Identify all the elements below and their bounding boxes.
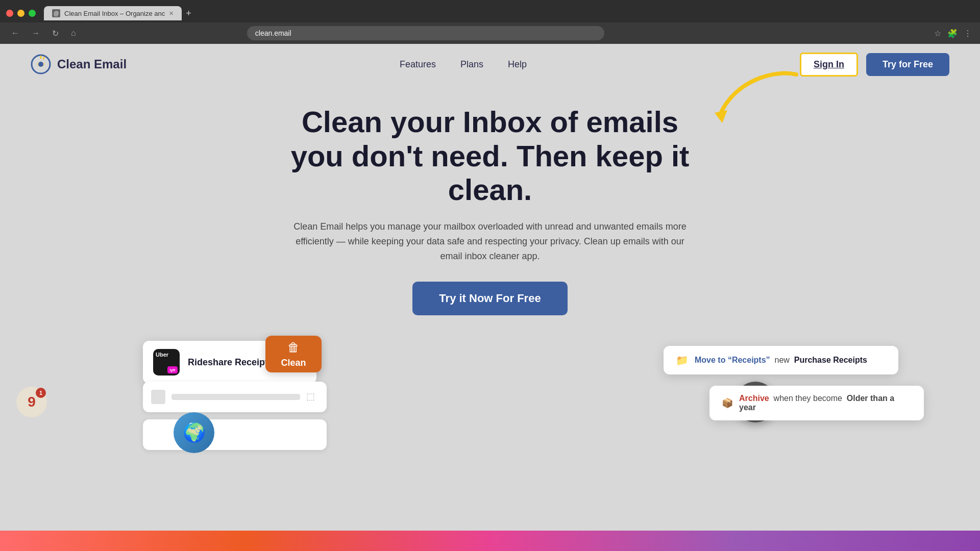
features-link[interactable]: Features: [400, 59, 436, 69]
logo-icon: [31, 54, 51, 74]
minimize-window-btn[interactable]: [17, 10, 24, 17]
browser-actions: ☆ 🧩 ⋮: [934, 29, 972, 38]
card-row-1: ⬚: [143, 382, 327, 412]
move-card: 📁 Move to “Receipts” new Purchase Receip…: [664, 346, 898, 374]
archive-text: Archive when they become Older than a ye…: [739, 394, 912, 412]
forward-btn[interactable]: →: [29, 27, 43, 40]
avatar-circle: 🌍: [174, 412, 214, 453]
hero-description: Clean Email helps you manage your mailbo…: [291, 219, 689, 263]
nav-actions: Sign In Try for Free: [800, 53, 949, 77]
move-text: Move to “Receipts” new Purchase Receipts: [695, 356, 867, 365]
nav-links: Features Plans Help: [400, 59, 527, 70]
refresh-btn[interactable]: ↻: [49, 27, 62, 40]
trash-icon: 🗑: [287, 340, 300, 355]
archive-icon: 📦: [722, 397, 733, 409]
card-icon-1: [151, 390, 165, 404]
demo-section: 9 1 Uber lyft Rideshare Receipts 🗑 Clean…: [0, 331, 980, 463]
sign-in-btn[interactable]: Sign In: [800, 53, 858, 77]
folder-icon: 📁: [676, 354, 689, 366]
menu-btn[interactable]: ⋮: [964, 29, 972, 38]
svg-point-1: [38, 62, 43, 67]
lyft-badge: lyft: [167, 366, 178, 373]
back-btn[interactable]: ←: [8, 27, 22, 40]
tab-bar: @ Clean Email Inbox – Organize anc ✕ +: [0, 0, 980, 22]
tab-title: Clean Email Inbox – Organize anc: [64, 10, 165, 17]
help-link[interactable]: Help: [508, 59, 527, 69]
try-free-btn[interactable]: Try for Free: [866, 53, 949, 76]
uber-label: Uber: [156, 352, 168, 358]
hero-cta-btn[interactable]: Try it Now For Free: [412, 282, 567, 315]
archive-card: 📦 Archive when they become Older than a …: [709, 386, 924, 420]
navbar: Clean Email Features Plans Help Sign In …: [0, 44, 980, 85]
tab-close-btn[interactable]: ✕: [169, 10, 174, 17]
rideshare-title: Rideshare Receipts: [188, 357, 273, 368]
card-row-2: [143, 419, 327, 450]
hero-title: Clean your Inbox of emails you don't nee…: [260, 105, 720, 207]
logo[interactable]: Clean Email: [31, 54, 127, 74]
clean-btn-label: Clean: [281, 358, 306, 368]
new-tab-btn[interactable]: +: [182, 6, 195, 21]
rideshare-icon: Uber lyft: [153, 349, 180, 375]
maximize-window-btn[interactable]: [29, 10, 36, 17]
tab-favicon: @: [52, 9, 60, 17]
browser-chrome: @ Clean Email Inbox – Organize anc ✕ + ←…: [0, 0, 980, 44]
address-input[interactable]: [247, 26, 604, 40]
bookmark-btn[interactable]: ☆: [934, 29, 941, 38]
notification-badge: 9 1: [16, 387, 47, 417]
logo-text: Clean Email: [57, 57, 127, 71]
home-btn[interactable]: ⌂: [68, 27, 79, 40]
address-bar-row: ← → ↻ ⌂ ☆ 🧩 ⋮: [0, 22, 980, 44]
badge-circle: 9 1: [16, 387, 47, 417]
hero-section: Clean your Inbox of emails you don't nee…: [0, 85, 980, 325]
active-tab[interactable]: @ Clean Email Inbox – Organize anc ✕: [44, 6, 182, 20]
page-content: Clean Email Features Plans Help Sign In …: [0, 44, 980, 551]
clean-btn[interactable]: 🗑 Clean: [265, 336, 322, 372]
card-text-1: [172, 394, 300, 400]
window-controls: [6, 10, 36, 17]
bottom-bar: [0, 531, 980, 551]
badge-count: 1: [36, 388, 46, 398]
plans-link[interactable]: Plans: [460, 59, 483, 69]
extensions-btn[interactable]: 🧩: [947, 29, 958, 38]
close-window-btn[interactable]: [6, 10, 13, 17]
card-action-1: ⬚: [306, 391, 318, 403]
